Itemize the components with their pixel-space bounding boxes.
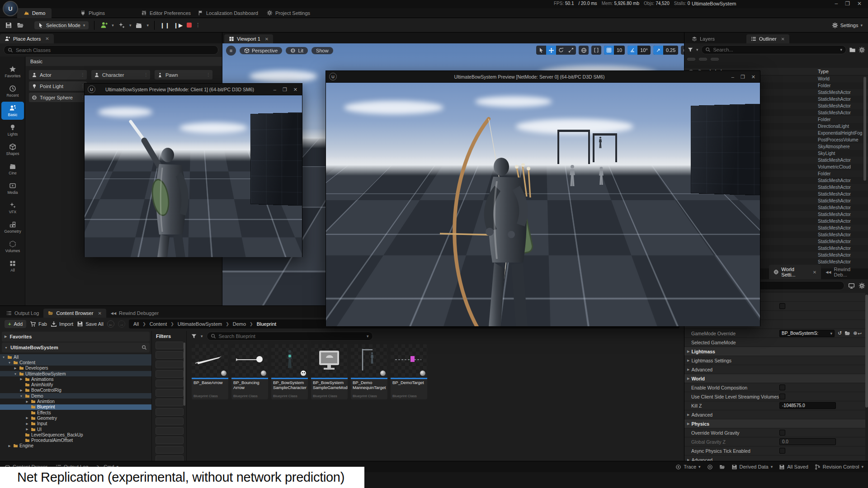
value-input[interactable]: 0.0 — [779, 438, 836, 445]
minimize-button[interactable]: – — [274, 87, 276, 92]
pie-window-client[interactable]: U UltimateBowSystem Preview [NetMode: Cl… — [84, 83, 302, 257]
filter-chip[interactable] — [687, 58, 695, 61]
filter-chip[interactable] — [156, 446, 184, 454]
filter-chip[interactable] — [156, 361, 184, 368]
breadcrumb-item[interactable]: Content — [150, 321, 167, 327]
expand-arrow[interactable] — [19, 389, 23, 392]
asset-tile[interactable]: BP_BowSystem SampleGameMode Blueprint Cl… — [311, 344, 348, 399]
favorites-header[interactable]: ▶Favorites — [2, 332, 150, 342]
sources-header[interactable]: ▼UltimateBowSystem — [2, 343, 150, 352]
expand-arrow[interactable] — [19, 394, 23, 398]
tree-folder[interactable]: UI — [0, 427, 151, 432]
new-folder-icon[interactable] — [849, 47, 856, 53]
close-icon[interactable]: ✕ — [781, 37, 785, 42]
import-button[interactable]: Import — [51, 321, 73, 327]
category-item[interactable]: Lights — [1, 121, 24, 139]
category-item[interactable]: Geometry — [1, 218, 24, 236]
tree-folder[interactable]: ProceduralAimOffset — [0, 437, 151, 443]
tree-folder[interactable]: Input — [0, 421, 151, 427]
scale-tool[interactable] — [566, 46, 576, 55]
blueprints-button[interactable] — [118, 21, 126, 29]
tab-project-settings[interactable]: Project Settings — [267, 10, 310, 16]
placeable-actor[interactable]: Actor — [29, 70, 87, 80]
checkbox[interactable] — [779, 385, 785, 390]
category-item[interactable]: Cine — [1, 160, 24, 178]
value-input[interactable]: -1048575.0 — [779, 402, 836, 409]
back-button[interactable]: ← — [107, 320, 114, 328]
cinematics-button[interactable] — [135, 21, 143, 29]
selection-mode-dropdown[interactable]: Selection Mode▾ — [34, 21, 89, 29]
category-item[interactable]: Shapes — [1, 141, 24, 159]
revision-control-dropdown[interactable]: Revision Control▾ — [815, 464, 863, 470]
close-icon[interactable]: ✕ — [265, 37, 269, 42]
breadcrumb-item[interactable]: All — [133, 321, 139, 327]
category-item[interactable]: VFX — [1, 199, 24, 217]
pie-window-server[interactable]: U UltimateBowSystem Preview [NetMode: Se… — [326, 70, 760, 326]
property-row[interactable]: ▶ Enable World Composition ▾ ↺ ⊕ ↩ — [684, 383, 865, 392]
tree-folder[interactable]: BowControlRig — [0, 388, 151, 393]
client-window-titlebar[interactable]: U UltimateBowSystem Preview [NetMode: Cl… — [85, 84, 302, 95]
tree-folder[interactable]: Demo — [0, 393, 151, 399]
folder-icon[interactable] — [719, 464, 725, 470]
minimize-button[interactable]: – — [835, 0, 838, 7]
expand-arrow[interactable] — [8, 361, 11, 364]
show-dropdown[interactable]: Show — [311, 47, 333, 54]
derived-data-dropdown[interactable]: Derived Data▾ — [731, 464, 773, 470]
filter-chip[interactable] — [711, 58, 719, 61]
filter-chip[interactable] — [156, 418, 184, 425]
expand-arrow[interactable] — [14, 372, 17, 375]
checkbox[interactable] — [779, 303, 785, 309]
property-row[interactable]: ▶ Advanced ▾ ↺ ⊕ ↩ — [684, 410, 865, 419]
expand-arrow[interactable] — [19, 377, 23, 381]
client-game-view[interactable]: Remain Arrow:0 — [85, 95, 302, 257]
asset-tile[interactable]: BP_Bouncing Arrow Blueprint Class — [231, 344, 268, 399]
filter-chip[interactable] — [156, 342, 184, 349]
filter-chip[interactable] — [156, 408, 184, 416]
breadcrumb-item[interactable]: UltimateBowSystem — [178, 321, 222, 327]
tree-folder[interactable]: Animations — [0, 376, 151, 382]
expand-arrow[interactable] — [25, 416, 29, 420]
close-icon[interactable]: ✕ — [813, 270, 816, 275]
checkbox[interactable] — [779, 430, 785, 436]
tab-viewport-1[interactable]: Viewport 1✕ — [224, 34, 273, 43]
property-row[interactable]: ▶ GameMode Override BP_BowSystemS: BP_Bo… — [684, 329, 865, 338]
outliner-search-input[interactable]: Search... ▾ — [701, 45, 846, 54]
expand-arrow[interactable] — [2, 356, 5, 359]
add-button[interactable]: +Add — [5, 320, 26, 328]
tree-folder[interactable]: AnimNotify — [0, 382, 151, 387]
filter-chip[interactable] — [699, 58, 707, 61]
display-options-icon[interactable] — [848, 282, 855, 289]
tab-plugins[interactable]: Plugins — [80, 10, 105, 16]
grid-snap-value[interactable]: 10 — [614, 46, 625, 55]
level-tab-demo[interactable]: Demo — [17, 8, 52, 18]
filter-chip[interactable] — [156, 436, 184, 444]
tree-folder[interactable]: Developers — [0, 366, 151, 371]
filter-chip[interactable] — [156, 389, 184, 397]
server-game-view[interactable]: Remain Arrow:8 — [326, 83, 760, 326]
reset-icon[interactable]: ↩ — [858, 331, 862, 336]
category-item[interactable]: Basic — [1, 102, 24, 120]
tab-rewind-debugger[interactable]: ◀◀ Rewind Debugger — [106, 309, 163, 318]
tab-output-log[interactable]: Output Log — [2, 309, 43, 318]
asset-tile[interactable]: BP_Demo MannequinTarget Blueprint Class — [351, 344, 387, 399]
property-row[interactable]: ▶ Advanced ▾ ↺ ⊕ ↩ — [684, 365, 865, 374]
tab-localization-dashboard[interactable]: Localization Dashboard — [198, 10, 258, 16]
asset-tile[interactable]: BP_BowSystem SampleCharacter Blueprint C… — [271, 344, 308, 399]
tree-folder[interactable]: Blueprint — [0, 404, 151, 410]
insights-icon[interactable] — [707, 464, 713, 470]
use-selected-icon[interactable]: ↺ — [838, 330, 842, 336]
surface-snap-toggle[interactable] — [591, 46, 601, 55]
stop-button[interactable] — [187, 23, 192, 28]
server-window-titlebar[interactable]: U UltimateBowSystem Preview [NetMode: Se… — [326, 71, 760, 83]
expand-arrow[interactable] — [25, 400, 29, 404]
add-icon[interactable]: ⊕ — [853, 330, 857, 336]
filter-chip[interactable] — [156, 351, 184, 359]
category-item[interactable]: Recent — [1, 82, 24, 100]
property-row[interactable]: ▶ Use Client Side Level Streaming Volume… — [684, 392, 865, 401]
tab-outliner[interactable]: Outliner✕ — [746, 34, 789, 43]
quick-add-actor-button[interactable] — [100, 21, 108, 29]
camera-speed-button[interactable] — [681, 46, 684, 55]
checkbox[interactable] — [779, 394, 785, 399]
placeable-actor[interactable]: Character — [91, 70, 150, 80]
forward-button[interactable]: → — [118, 320, 125, 328]
